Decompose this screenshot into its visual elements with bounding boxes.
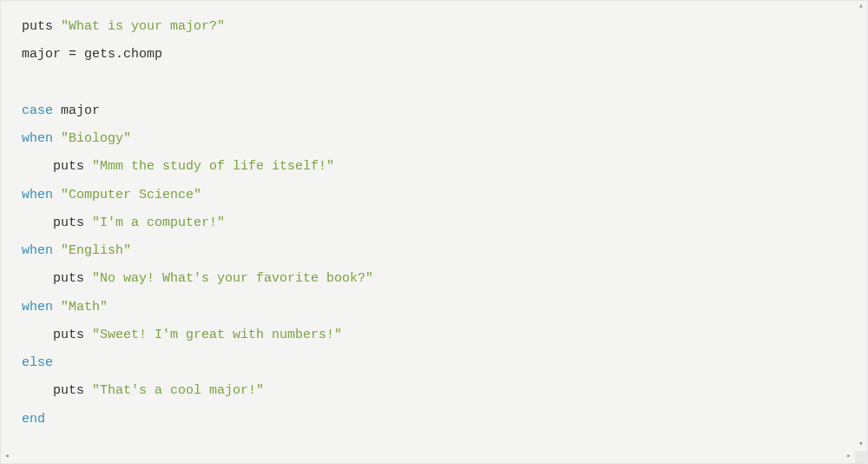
code-line: puts "Sweet! I'm great with numbers!" xyxy=(22,321,846,349)
code-token xyxy=(53,243,61,258)
code-token xyxy=(84,271,92,286)
code-token: "What is your major?" xyxy=(61,19,225,34)
code-line xyxy=(22,70,846,97)
code-token: "That's a cool major!" xyxy=(92,383,264,398)
code-token: "I'm a computer!" xyxy=(92,215,225,230)
code-token xyxy=(53,188,61,202)
code-token: "Biology" xyxy=(61,131,131,146)
code-line: puts "What is your major?" xyxy=(22,13,846,41)
code-line: puts "I'm a computer!" xyxy=(22,209,846,237)
code-token: puts xyxy=(53,328,84,342)
code-line: when "Math" xyxy=(22,294,846,321)
code-token xyxy=(22,271,53,286)
code-token: major xyxy=(61,103,100,118)
code-token xyxy=(84,159,92,174)
code-token: major xyxy=(22,47,61,62)
code-token xyxy=(53,131,61,146)
code-token: . xyxy=(115,47,123,62)
vertical-scrollbar[interactable]: ▴ ▾ xyxy=(855,1,867,451)
code-token: "Math" xyxy=(61,300,108,315)
code-line: end xyxy=(22,406,846,434)
code-token: puts xyxy=(53,383,84,398)
code-token: "Computer Science" xyxy=(61,188,201,202)
code-token: = xyxy=(61,47,84,62)
code-line: else xyxy=(22,349,846,377)
code-token: when xyxy=(22,131,53,146)
code-token: else xyxy=(22,355,53,370)
code-token: when xyxy=(22,300,53,315)
code-token xyxy=(22,215,53,230)
code-token: gets xyxy=(84,47,115,62)
code-token: puts xyxy=(53,215,84,230)
code-token: when xyxy=(22,188,53,202)
code-token: case xyxy=(22,103,53,118)
code-line: puts "No way! What's your favorite book?… xyxy=(22,265,846,293)
code-token xyxy=(84,383,92,398)
code-token xyxy=(53,19,61,34)
code-token: when xyxy=(22,243,53,258)
code-line: when "Biology" xyxy=(22,125,846,153)
code-token xyxy=(22,328,53,342)
scroll-down-icon[interactable]: ▾ xyxy=(855,439,867,451)
code-token: end xyxy=(22,412,45,427)
scroll-up-icon[interactable]: ▴ xyxy=(855,1,867,13)
code-token: puts xyxy=(22,19,53,34)
horizontal-scrollbar[interactable]: ◂ ▸ xyxy=(1,451,855,463)
code-line: when "Computer Science" xyxy=(22,182,846,209)
code-line: case major xyxy=(22,97,846,125)
code-token: puts xyxy=(53,159,84,174)
code-line: puts "Mmm the study of life itself!" xyxy=(22,153,846,181)
code-token xyxy=(22,383,53,398)
code-token xyxy=(53,300,61,315)
scrollbar-corner xyxy=(855,451,867,463)
code-token: "English" xyxy=(61,243,131,258)
code-token: chomp xyxy=(123,47,162,62)
code-token xyxy=(84,328,92,342)
code-token: "No way! What's your favorite book?" xyxy=(92,271,373,286)
code-line: major = gets.chomp xyxy=(22,41,846,69)
scroll-right-icon[interactable]: ▸ xyxy=(843,451,855,463)
code-line: when "English" xyxy=(22,237,846,265)
code-token: "Mmm the study of life itself!" xyxy=(92,159,334,174)
code-token xyxy=(84,215,92,230)
code-editor[interactable]: puts "What is your major?"major = gets.c… xyxy=(22,13,846,439)
scroll-left-icon[interactable]: ◂ xyxy=(1,451,13,463)
code-line: puts "That's a cool major!" xyxy=(22,377,846,405)
code-token xyxy=(22,159,53,174)
code-token xyxy=(53,103,61,118)
code-token: "Sweet! I'm great with numbers!" xyxy=(92,328,342,342)
code-token: puts xyxy=(53,271,84,286)
